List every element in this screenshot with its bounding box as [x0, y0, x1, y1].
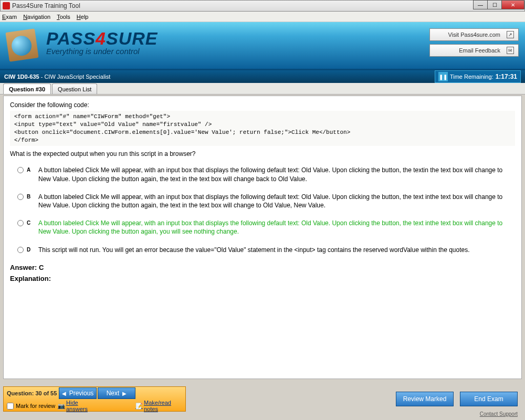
option-text: This script will not run. You will get a… [38, 246, 515, 254]
question-panel: Consider the following code: <form actio… [3, 96, 522, 379]
option-letter: D [27, 247, 36, 253]
mark-for-review-checkbox[interactable]: Mark for review [4, 403, 58, 410]
timer-label: Time Remaining: [450, 74, 494, 80]
option-letter: B [27, 194, 36, 200]
arrow-left-icon: ◀ [62, 391, 66, 396]
tabs: Question #30 Question List [0, 83, 525, 94]
end-exam-button[interactable]: End Exam [460, 392, 518, 406]
menu-exam[interactable]: Exam [2, 14, 17, 20]
note-icon: 📝 [136, 403, 142, 409]
option-d: DThis script will not run. You will get … [10, 246, 515, 254]
radio-option-c[interactable] [17, 220, 24, 226]
option-c: CA button labeled Click Me will appear, … [10, 219, 515, 236]
window-titlebar: Pass4Sure Training Tool — ☐ ✕ [0, 0, 525, 12]
brand-num: 4 [96, 28, 106, 48]
code-block: <form action="#" name="CIWForm" method="… [10, 111, 515, 146]
menu-tools[interactable]: Tools [57, 14, 70, 20]
menu-bar: Exam Navigation Tools Help [0, 12, 525, 22]
radio-option-a[interactable] [17, 167, 24, 173]
radio-option-b[interactable] [17, 194, 24, 200]
review-marked-button[interactable]: Review Marked [396, 392, 454, 406]
window-controls: — ☐ ✕ [474, 0, 524, 9]
info-bar: CIW 1D0-635 - CIW JavaScript Specialist … [0, 70, 525, 83]
bottom-bar: Question: 30 of 55 ◀Previous Next▶ Mark … [0, 386, 525, 416]
app-icon [3, 2, 10, 9]
exam-title: CIW 1D0-635 - CIW JavaScript Specialist [4, 74, 110, 80]
option-letter: A [27, 167, 36, 173]
option-text: A button labeled Click Me will appear, w… [38, 166, 515, 183]
tab-question[interactable]: Question #30 [3, 83, 51, 94]
nav-panel: Question: 30 of 55 ◀Previous Next▶ Mark … [3, 386, 186, 412]
camera-icon: 📷 [58, 403, 65, 409]
option-text: A button labeled Click Me will appear, w… [38, 219, 515, 236]
brand: PASS4SURE Everything is under control [46, 28, 158, 56]
radio-option-d[interactable] [17, 247, 24, 253]
question-intro: Consider the following code: [10, 101, 515, 109]
maximize-button[interactable]: ☐ [487, 0, 502, 9]
window-title: Pass4Sure Training Tool [12, 2, 80, 9]
question-position: Question: 30 of 55 [4, 390, 58, 396]
hide-answers-link[interactable]: 📷Hide answers [58, 400, 97, 412]
timer-value: 1:17:31 [496, 73, 517, 80]
visit-site-button[interactable]: Visit Pass4sure.com ↗ [429, 28, 519, 41]
previous-button[interactable]: ◀Previous [59, 387, 97, 399]
brand-post: SURE [106, 28, 158, 48]
make-notes-link[interactable]: 📝Make/read notes [136, 400, 186, 412]
next-button[interactable]: Next▶ [98, 387, 135, 399]
brand-pre: PASS [46, 28, 96, 48]
menu-help[interactable]: Help [77, 14, 89, 20]
question-prompt: What is the expected output when you run… [10, 150, 515, 158]
option-a: AA button labeled Click Me will appear, … [10, 166, 515, 183]
timer: ❚❚ Time Remaining: 1:17:31 [435, 70, 521, 83]
tab-question-list[interactable]: Question List [52, 83, 97, 94]
banner: PASS4SURE Everything is under control Vi… [0, 22, 525, 70]
answer-label: Answer: C [10, 264, 515, 271]
logo [5, 25, 39, 65]
menu-navigation[interactable]: Navigation [23, 14, 50, 20]
pause-button[interactable]: ❚❚ [438, 72, 448, 81]
close-button[interactable]: ✕ [501, 0, 524, 9]
arrow-right-icon: ▶ [122, 391, 127, 396]
email-feedback-button[interactable]: Email Feedback ✉ [429, 44, 519, 57]
minimize-button[interactable]: — [473, 0, 488, 9]
explanation-label: Explanation: [10, 275, 515, 282]
mail-icon: ✉ [507, 47, 514, 54]
contact-support-link[interactable]: Contact Support [480, 411, 518, 417]
external-link-icon: ↗ [507, 31, 514, 38]
option-text: A button labeled Click Me will appear, w… [38, 193, 515, 209]
option-b: BA button labeled Click Me will appear, … [10, 193, 515, 209]
option-letter: C [27, 220, 36, 226]
